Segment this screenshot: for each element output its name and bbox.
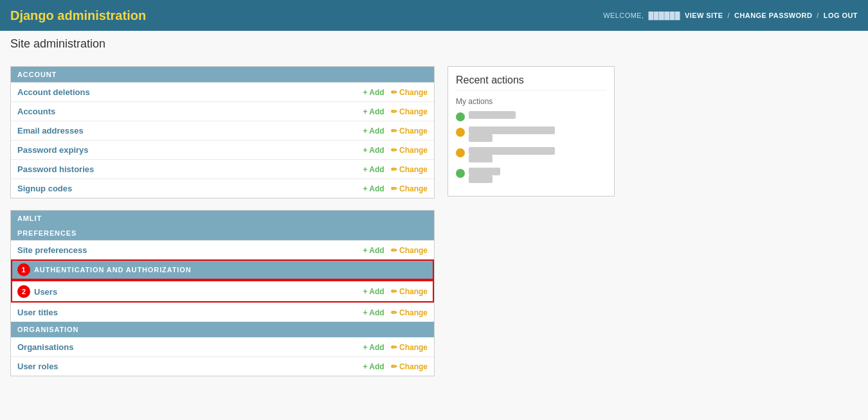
row-users: 2 Users + Add ✏ Change (11, 280, 434, 302)
module-header-organisation: ORGANISATION (11, 322, 434, 337)
change-users[interactable]: ✏ Change (391, 287, 428, 296)
right-column: Recent actions My actions (448, 66, 615, 388)
link-site-preferences[interactable]: Site preferencess (17, 245, 87, 255)
my-actions-label: My actions (456, 97, 606, 106)
add-signup-codes[interactable]: + Add (363, 184, 384, 193)
action-text-3 (469, 147, 555, 162)
link-organisations[interactable]: Organisations (17, 342, 73, 352)
site-header: Django administration WELCOME, ██████ VI… (0, 0, 868, 31)
link-password-histories[interactable]: Password histories (17, 164, 94, 174)
page-title: Site administration (0, 31, 868, 53)
action-item-2 (456, 127, 606, 142)
add-account-deletions[interactable]: + Add (363, 88, 384, 97)
link-accounts[interactable]: Accounts (17, 107, 55, 116)
change-user-titles[interactable]: ✏ Change (391, 308, 428, 317)
change-signup-codes[interactable]: ✏ Change (391, 184, 428, 193)
auth-header-label: AUTHENTICATION AND AUTHORIZATION (34, 266, 191, 274)
add-accounts[interactable]: + Add (363, 107, 384, 116)
link-user-titles[interactable]: User titles (17, 308, 58, 317)
change-account-deletions[interactable]: ✏ Change (391, 88, 428, 97)
link-account-deletions[interactable]: Account deletions (17, 87, 90, 97)
badge-1: 1 (17, 263, 30, 276)
link-users[interactable]: Users (34, 287, 57, 297)
row-user-roles: User roles + Add ✏ Change (11, 356, 434, 376)
recent-actions-panel: Recent actions My actions (448, 66, 615, 197)
action-text-4 (469, 168, 500, 183)
change-user-roles[interactable]: ✏ Change (391, 362, 428, 371)
row-site-preferences: Site preferencess + Add ✏ Change (11, 240, 434, 259)
row-organisations: Organisations + Add ✏ Change (11, 337, 434, 356)
welcome-text: WELCOME, (603, 12, 644, 19)
add-site-preferences[interactable]: + Add (363, 246, 384, 255)
content-main: ACCOUNT Account deletions + Add ✏ Change… (0, 53, 868, 401)
row-email-addresses: Email addresses + Add ✏ Change (11, 121, 434, 140)
add-password-expirys[interactable]: + Add (363, 146, 384, 155)
module-account: ACCOUNT Account deletions + Add ✏ Change… (10, 66, 435, 198)
action-icon-change-2 (456, 128, 465, 137)
site-name[interactable]: Django administration (10, 8, 146, 23)
module-header-amlit: AMLIT (11, 211, 434, 226)
action-text-1 (469, 111, 516, 119)
action-icon-add-1 (456, 112, 465, 121)
view-site-link[interactable]: VIEW SITE (685, 12, 723, 19)
link-password-expirys[interactable]: Password expirys (17, 145, 89, 155)
add-password-histories[interactable]: + Add (363, 165, 384, 174)
link-user-roles[interactable]: User roles (17, 362, 59, 371)
link-signup-codes[interactable]: Signup codes (17, 184, 72, 193)
add-users[interactable]: + Add (363, 287, 384, 296)
add-user-titles[interactable]: + Add (363, 308, 384, 317)
submodule-header-preferences: PREFERENCES (11, 226, 434, 240)
add-email-addresses[interactable]: + Add (363, 127, 384, 136)
row-account-deletions: Account deletions + Add ✏ Change (11, 82, 434, 101)
change-organisations[interactable]: ✏ Change (391, 343, 428, 352)
badge-2: 2 (17, 285, 30, 298)
recent-actions-title: Recent actions (456, 74, 606, 91)
row-user-titles: User titles + Add ✏ Change (11, 302, 434, 322)
action-icon-add-4 (456, 169, 465, 178)
action-item-1 (456, 111, 606, 121)
user-tools: WELCOME, ██████ VIEW SITE / CHANGE PASSW… (603, 12, 858, 19)
module-amlit: AMLIT PREFERENCES Site preferencess + Ad… (10, 210, 435, 376)
change-password-link[interactable]: CHANGE PASSWORD (734, 12, 812, 19)
change-password-expirys[interactable]: ✏ Change (391, 146, 428, 155)
log-out-link[interactable]: LOG OUT (824, 12, 858, 19)
action-item-3 (456, 147, 606, 162)
row-password-expirys: Password expirys + Add ✏ Change (11, 140, 434, 159)
add-organisations[interactable]: + Add (363, 343, 384, 352)
action-icon-change-3 (456, 148, 465, 157)
module-header-account: ACCOUNT (11, 67, 434, 82)
left-column: ACCOUNT Account deletions + Add ✏ Change… (10, 66, 435, 388)
change-accounts[interactable]: ✏ Change (391, 107, 428, 116)
row-signup-codes: Signup codes + Add ✏ Change (11, 179, 434, 198)
action-item-4 (456, 168, 606, 183)
row-accounts: Accounts + Add ✏ Change (11, 101, 434, 121)
module-header-auth: 1 AUTHENTICATION AND AUTHORIZATION (11, 259, 434, 280)
action-text-2 (469, 127, 555, 142)
row-password-histories: Password histories + Add ✏ Change (11, 159, 434, 179)
add-user-roles[interactable]: + Add (363, 362, 384, 371)
change-password-histories[interactable]: ✏ Change (391, 165, 428, 174)
username-display: ██████ (646, 12, 682, 19)
link-email-addresses[interactable]: Email addresses (17, 126, 84, 136)
change-site-preferences[interactable]: ✏ Change (391, 246, 428, 255)
change-email-addresses[interactable]: ✏ Change (391, 127, 428, 136)
